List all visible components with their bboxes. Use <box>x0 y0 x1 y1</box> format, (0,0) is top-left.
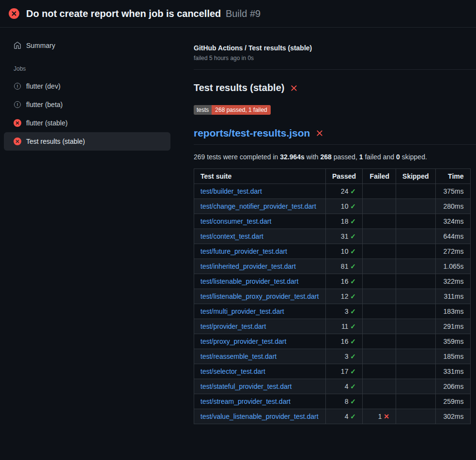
passed-cell: 10 ✓ <box>326 199 363 214</box>
test-suite-link[interactable]: test/future_provider_test.dart <box>200 247 287 255</box>
failed-cell <box>363 199 396 214</box>
run-status-line: failed 5 hours ago in 0s <box>194 55 476 61</box>
passed-cell: 16 ✓ <box>326 334 363 349</box>
neutral-status-icon: ! <box>14 83 21 90</box>
test-suite-link[interactable]: test/provider_test.dart <box>200 322 266 330</box>
suite-cell: test/listenable_provider_test.dart <box>194 274 326 289</box>
check-icon: ✓ <box>350 307 356 315</box>
summary-line: 269 tests were completed in 32.964s with… <box>194 153 476 161</box>
col-header-passed: Passed <box>326 169 363 184</box>
time-cell: 291ms <box>435 319 470 334</box>
sidebar-item-test-results-stable[interactable]: Test results (stable) <box>4 132 170 151</box>
failed-cell <box>363 184 396 199</box>
suite-cell: test/value_listenable_provider_test.dart <box>194 409 326 424</box>
check-icon: ✓ <box>350 202 356 210</box>
check-icon: ✓ <box>350 398 356 405</box>
test-suite-link[interactable]: test/multi_provider_test.dart <box>200 307 284 315</box>
sidebar-item-flutter-stable[interactable]: flutter (stable) <box>4 114 170 132</box>
section-title-text: Test results (stable) <box>194 82 284 93</box>
test-suite-link[interactable]: test/selector_test.dart <box>200 368 265 375</box>
col-header-skipped: Skipped <box>396 169 435 184</box>
skipped-cell <box>396 244 435 259</box>
passed-cell: 12 ✓ <box>326 289 363 304</box>
skipped-cell <box>396 289 435 304</box>
jobs-heading: Jobs <box>14 65 170 72</box>
report-failed-icon <box>315 128 324 138</box>
test-suite-link[interactable]: test/listenable_proxy_provider_test.dart <box>200 292 319 300</box>
test-suite-link[interactable]: test/consumer_test.dart <box>200 217 271 225</box>
sidebar-item-label: flutter (dev) <box>26 82 61 90</box>
summary-text: 269 tests were completed in <box>194 153 280 161</box>
failed-cell <box>363 379 396 394</box>
test-suite-link[interactable]: test/change_notifier_provider_test.dart <box>200 202 316 210</box>
summary-text: failed and <box>363 153 397 161</box>
skipped-cell <box>396 304 435 319</box>
summary-text: skipped. <box>400 153 427 161</box>
passed-cell: 3 ✓ <box>326 349 363 364</box>
passed-cell: 31 ✓ <box>326 229 363 244</box>
time-cell: 331ms <box>435 364 470 379</box>
failed-cell <box>363 304 396 319</box>
time-cell: 375ms <box>435 184 470 199</box>
table-row: test/stateful_provider_test.dart4 ✓206ms <box>194 379 471 394</box>
table-row: test/multi_provider_test.dart3 ✓183ms <box>194 304 471 319</box>
time-cell: 280ms <box>435 199 470 214</box>
test-suite-link[interactable]: test/stateful_provider_test.dart <box>200 383 292 390</box>
skipped-cell <box>396 184 435 199</box>
time-cell: 359ms <box>435 334 470 349</box>
sidebar-item-flutter-beta[interactable]: !flutter (beta) <box>4 95 170 114</box>
test-suite-link[interactable]: test/inherited_provider_test.dart <box>200 262 296 270</box>
passed-cell: 81 ✓ <box>326 259 363 274</box>
check-icon: ✓ <box>350 322 356 330</box>
section-failed-icon <box>289 83 299 93</box>
suite-cell: test/future_provider_test.dart <box>194 244 326 259</box>
test-suite-link[interactable]: test/listenable_provider_test.dart <box>200 277 298 285</box>
summary-failed-count: 1 <box>359 153 363 161</box>
passed-cell: 18 ✓ <box>326 214 363 229</box>
failed-cell <box>363 214 396 229</box>
test-suite-link[interactable]: test/value_listenable_provider_test.dart <box>200 413 319 420</box>
time-cell: 311ms <box>435 289 470 304</box>
skipped-cell <box>396 214 435 229</box>
test-suite-link[interactable]: test/context_test.dart <box>200 232 263 240</box>
passed-cell: 24 ✓ <box>326 184 363 199</box>
failed-cell <box>363 244 396 259</box>
failed-cell <box>363 289 396 304</box>
passed-cell: 10 ✓ <box>326 244 363 259</box>
sidebar-item-flutter-dev[interactable]: !flutter (dev) <box>4 77 170 95</box>
failed-cell <box>363 259 396 274</box>
test-suite-link[interactable]: test/builder_test.dart <box>200 187 262 195</box>
sidebar-summary-label: Summary <box>26 42 55 49</box>
table-row: test/future_provider_test.dart10 ✓272ms <box>194 244 471 259</box>
time-cell: 644ms <box>435 229 470 244</box>
summary-duration: 32.964s <box>280 153 305 161</box>
jobs-list: !flutter (dev)!flutter (beta)flutter (st… <box>4 77 170 151</box>
suite-cell: test/reassemble_test.dart <box>194 349 326 364</box>
skipped-cell <box>396 409 435 424</box>
sidebar-item-summary[interactable]: Summary <box>4 37 170 54</box>
tests-badge: tests 268 passed, 1 failed <box>194 105 271 115</box>
time-cell: 272ms <box>435 244 470 259</box>
table-row: test/provider_test.dart11 ✓291ms <box>194 319 471 334</box>
results-table: Test suite Passed Failed Skipped Time te… <box>194 169 471 424</box>
divider <box>194 69 476 70</box>
table-row: test/selector_test.dart17 ✓331ms <box>194 364 471 379</box>
table-row: test/consumer_test.dart18 ✓324ms <box>194 214 471 229</box>
test-suite-link[interactable]: test/stream_provider_test.dart <box>200 398 291 405</box>
check-icon: ✓ <box>350 292 356 300</box>
suite-cell: test/consumer_test.dart <box>194 214 326 229</box>
check-icon: ✓ <box>350 262 356 270</box>
table-row: test/stream_provider_test.dart8 ✓259ms <box>194 394 471 409</box>
test-suite-link[interactable]: test/proxy_provider_test.dart <box>200 337 286 345</box>
test-suite-link[interactable]: test/reassemble_test.dart <box>200 353 276 360</box>
passed-cell: 4 ✓ <box>326 409 363 424</box>
summary-skipped-count: 0 <box>396 153 400 161</box>
test-table-body: test/builder_test.dart24 ✓375mstest/chan… <box>194 184 471 424</box>
summary-text: passed, <box>332 153 359 161</box>
page-title: Do not create report when job is cancell… <box>26 8 261 19</box>
suite-cell: test/provider_test.dart <box>194 319 326 334</box>
suite-cell: test/stream_provider_test.dart <box>194 394 326 409</box>
report-title: reports/test-results.json <box>194 127 476 145</box>
time-cell: 206ms <box>435 379 470 394</box>
report-link[interactable]: reports/test-results.json <box>194 127 310 139</box>
